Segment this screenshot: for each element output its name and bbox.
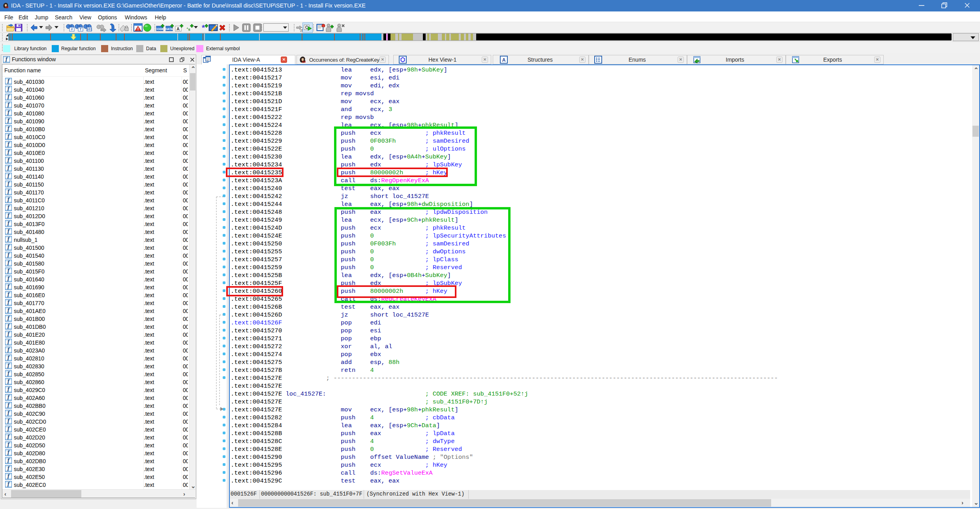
svg-text:CODE: CODE bbox=[156, 27, 164, 31]
svg-text:64: 64 bbox=[5, 6, 8, 9]
svg-text:101: 101 bbox=[86, 27, 92, 31]
svg-text:DATA: DATA bbox=[165, 27, 173, 31]
svg-text:T: T bbox=[79, 27, 82, 31]
svg-text:64: 64 bbox=[302, 60, 306, 63]
svg-text:#: # bbox=[71, 27, 73, 31]
svg-text:*: * bbox=[202, 23, 205, 32]
svg-text:A: A bbox=[176, 26, 180, 31]
svg-text:‘s: ‘s bbox=[186, 26, 190, 32]
svg-text:A: A bbox=[502, 57, 506, 63]
svg-text:C: C bbox=[305, 25, 308, 30]
